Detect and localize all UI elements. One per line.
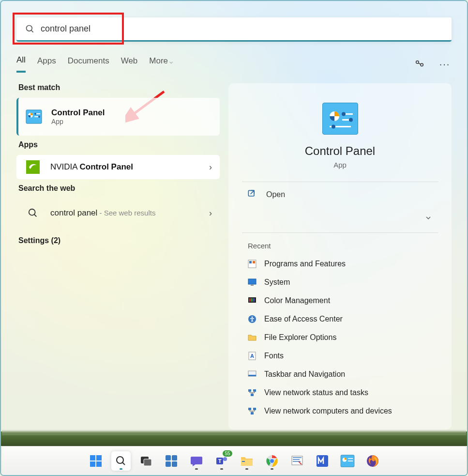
divider <box>242 232 438 233</box>
svg-rect-52 <box>166 455 171 461</box>
recent-label: Taskbar and Navigation <box>264 370 345 379</box>
nvidia-icon <box>24 158 42 176</box>
network-status-icon <box>247 387 257 398</box>
svg-text:A: A <box>250 353 254 359</box>
tab-web[interactable]: Web <box>121 56 138 72</box>
recent-label: View network status and tasks <box>264 388 368 397</box>
preview-app-icon <box>322 103 358 135</box>
taskbar-icon <box>247 369 257 380</box>
open-icon <box>247 189 259 200</box>
svg-rect-42 <box>253 408 256 410</box>
svg-rect-51 <box>144 459 151 466</box>
recent-label: Fonts <box>264 352 284 360</box>
svg-rect-30 <box>251 298 253 302</box>
expand-actions[interactable] <box>238 207 442 230</box>
taskbar-teams[interactable]: T 55 <box>212 451 231 471</box>
svg-rect-40 <box>251 394 254 396</box>
recent-item[interactable]: View network status and tasks <box>238 384 442 402</box>
recent-label: System <box>264 278 290 287</box>
taskbar-firefox[interactable] <box>363 451 382 471</box>
best-match-header: Best match <box>18 83 220 92</box>
svg-point-48 <box>117 457 123 463</box>
taskbar-snip[interactable] <box>287 451 307 471</box>
share-across-devices-button[interactable] <box>413 57 426 71</box>
chevron-down-icon <box>424 214 432 224</box>
svg-rect-43 <box>251 412 254 415</box>
search-input[interactable] <box>41 24 443 34</box>
tab-more[interactable]: More⌵ <box>149 56 173 72</box>
svg-rect-31 <box>253 298 255 302</box>
svg-rect-37 <box>248 375 256 376</box>
programs-icon <box>247 259 257 269</box>
svg-rect-26 <box>248 279 256 284</box>
recent-list: Programs and Features System Color Manag… <box>238 255 442 420</box>
svg-rect-47 <box>96 461 102 467</box>
svg-point-33 <box>252 317 253 318</box>
taskbar-control-panel[interactable] <box>338 451 357 471</box>
svg-point-64 <box>270 459 274 463</box>
taskbar-chrome[interactable] <box>262 451 282 471</box>
svg-rect-59 <box>241 460 253 466</box>
search-icon <box>25 24 35 34</box>
svg-text:T: T <box>218 458 222 464</box>
recent-item[interactable]: Color Management <box>238 292 442 310</box>
recent-item[interactable]: Programs and Features <box>238 255 442 273</box>
color-icon <box>247 295 257 306</box>
network-devices-icon <box>247 406 257 416</box>
taskbar: T 55 <box>2 446 466 475</box>
recent-item[interactable]: System <box>238 273 442 292</box>
recent-label: View network computers and devices <box>264 407 392 415</box>
svg-rect-25 <box>253 261 255 263</box>
ease-icon <box>247 314 257 324</box>
tab-apps[interactable]: Apps <box>37 56 56 72</box>
taskbar-app-m[interactable] <box>313 451 332 471</box>
open-action[interactable]: Open <box>238 182 442 207</box>
svg-rect-70 <box>347 461 352 461</box>
taskbar-task-view[interactable] <box>136 451 156 471</box>
svg-rect-55 <box>172 461 177 467</box>
preview-title: Control Panel <box>238 144 442 158</box>
search-box[interactable] <box>16 17 452 42</box>
recent-header: Recent <box>248 242 442 250</box>
app-result-nvidia[interactable]: NVIDIA Control Panel › <box>16 155 220 179</box>
recent-item[interactable]: AFonts <box>238 347 442 365</box>
svg-point-58 <box>223 457 227 461</box>
svg-rect-45 <box>96 455 102 461</box>
svg-point-19 <box>349 118 353 122</box>
preview-subtitle: App <box>238 161 442 169</box>
svg-rect-44 <box>90 455 95 461</box>
svg-point-18 <box>342 112 346 116</box>
web-result[interactable]: control panel - See web results › <box>16 199 220 228</box>
best-match-result[interactable]: Control Panel App <box>16 98 220 136</box>
recent-item[interactable]: View network computers and devices <box>238 402 442 420</box>
tab-documents[interactable]: Documents <box>68 56 109 72</box>
web-result-hint: - See web results <box>97 209 155 217</box>
apps-header: Apps <box>18 140 220 149</box>
chevron-right-icon: › <box>209 208 212 218</box>
svg-line-49 <box>122 462 125 465</box>
taskbar-widgets[interactable] <box>162 451 181 471</box>
recent-item[interactable]: Ease of Access Center <box>238 310 442 328</box>
tab-all[interactable]: All <box>16 55 26 73</box>
control-panel-icon <box>25 108 43 125</box>
taskbar-chat[interactable] <box>187 451 206 471</box>
svg-point-0 <box>27 25 32 31</box>
taskbar-file-explorer[interactable] <box>237 451 257 471</box>
svg-rect-11 <box>26 160 40 174</box>
taskbar-search[interactable] <box>111 451 131 471</box>
svg-rect-41 <box>248 408 251 410</box>
filter-tabs: All Apps Documents Web More⌵ ··· <box>16 55 452 73</box>
more-options-button[interactable]: ··· <box>438 57 452 71</box>
folder-options-icon <box>247 332 257 343</box>
recent-label: Color Management <box>264 296 330 305</box>
svg-rect-69 <box>347 458 352 459</box>
svg-point-9 <box>34 113 36 115</box>
taskbar-start[interactable] <box>86 451 106 471</box>
recent-item[interactable]: Taskbar and Navigation <box>238 365 442 384</box>
svg-point-10 <box>38 116 40 118</box>
recent-item[interactable]: File Explorer Options <box>238 328 442 347</box>
settings-header[interactable]: Settings (2) <box>18 236 220 245</box>
svg-point-12 <box>29 209 35 215</box>
web-result-query: control panel <box>50 208 97 217</box>
app-result-title: NVIDIA Control Panel <box>50 162 133 171</box>
